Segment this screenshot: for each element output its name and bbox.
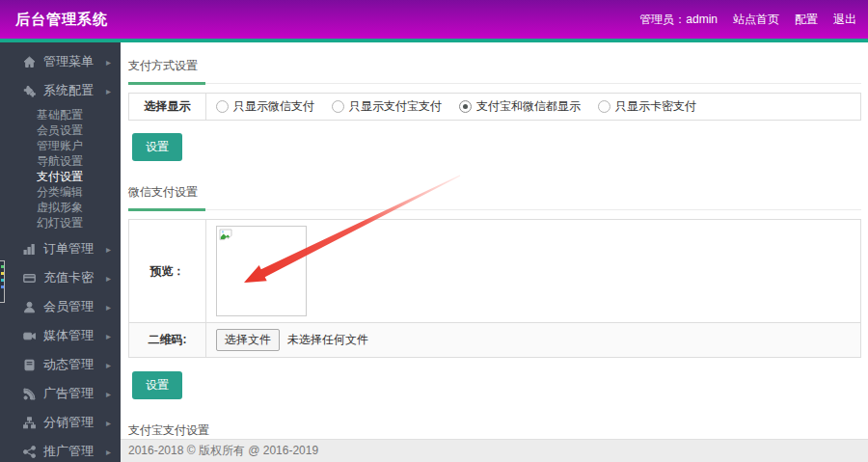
active-tab-underline [128,82,205,85]
sidebar-subitem-nav-settings[interactable]: 导航设置 [0,153,121,169]
sidebar-item-media[interactable]: 媒体管理 [0,321,121,350]
copyright-text: 2016-2018 © 版权所有 @ 2016-2019 [128,444,318,457]
preview-cell [206,220,861,323]
book-icon [23,359,38,371]
admin-user-label: 管理员：admin [639,12,718,28]
wechat-save-button[interactable]: 设置 [132,371,182,399]
radio-option-alipay-only[interactable]: 只显示支付宝支付 [332,98,442,115]
radio-option-wechat-only[interactable]: 只显示微信支付 [216,98,314,115]
credit-card-icon [23,272,38,285]
row-label: 选择显示 [129,94,206,121]
chevron-right-icon [106,86,111,96]
site-home-link[interactable]: 站点首页 [733,12,779,28]
footer: 2016-2018 © 版权所有 @ 2016-2019 [121,439,868,462]
top-header: 后台管理系统 管理员：admin 站点首页 配置 退出 [0,0,868,39]
rss-icon [23,388,38,400]
sidebar-item-label: 会员管理 [43,298,106,315]
display-mode-radio-group: 只显示微信支付 只显示支付宝支付 支付宝和微信都显示 只显示卡密支付 [216,99,851,114]
home-icon [23,56,38,68]
sidebar-subitem-member-settings[interactable]: 会员设置 [0,122,121,138]
sidebar-item-orders[interactable]: 订单管理 [0,234,121,263]
sidebar-item-label: 推广管理 [43,443,106,460]
sidebar-item-label: 系统配置 [43,82,106,99]
chevron-right-icon [106,302,111,313]
logout-link[interactable]: 退出 [833,12,856,28]
radio-label: 只显示微信支付 [233,98,314,115]
file-input-cell: 选择文件 未选择任何文件 [206,323,861,358]
sidebar-item-label: 管理菜单 [43,53,106,70]
sidebar-subitem-admin-account[interactable]: 管理账户 [0,138,121,153]
sidebar-item-distribution[interactable]: 分销管理 [0,408,121,437]
table-row: 选择显示 只显示微信支付 只显示支付宝支付 支付宝和微信 [129,94,861,121]
qrcode-label: 二维码: [129,323,206,358]
system-config-submenu: 基础配置 会员设置 管理账户 导航设置 支付设置 分类编辑 虚拟形象 幻灯设置 [0,105,121,234]
chevron-right-icon [106,447,111,457]
payment-method-table: 选择显示 只显示微信支付 只显示支付宝支付 支付宝和微信 [128,93,861,121]
bar-chart-icon [23,243,38,256]
radio-option-card-only[interactable]: 只显示卡密支付 [598,98,696,115]
sidebar-item-ads[interactable]: 广告管理 [0,379,121,408]
chevron-right-icon [106,360,111,370]
sidebar: 管理菜单 系统配置 基础配置 会员设置 管理账户 导航设置 支付设置 分类编辑 … [0,42,121,462]
chevron-right-icon [106,418,111,428]
main-content: 支付方式设置 选择显示 只显示微信支付 只显示支付宝支付 [121,42,868,462]
section-title: 支付宝支付设置 [128,423,209,437]
sidebar-item-label: 订单管理 [43,240,106,258]
section-title: 微信支付设置 [128,185,198,199]
section-wechat-header: 微信支付设置 [128,177,861,210]
radio-group-cell: 只显示微信支付 只显示支付宝支付 支付宝和微信都显示 只显示卡密支付 [206,94,861,121]
file-status-text: 未选择任何文件 [287,332,368,348]
radio-icon[interactable] [216,100,229,113]
choose-file-button[interactable]: 选择文件 [216,329,280,351]
accent-bar [0,39,868,42]
radio-label: 只显示卡密支付 [615,98,696,115]
section-title: 支付方式设置 [128,59,198,72]
table-row: 预览： [129,220,861,323]
sidebar-subitem-payment-settings[interactable]: 支付设置 [0,169,121,184]
admin-page: 后台管理系统 管理员：admin 站点首页 配置 退出 管理菜单 系统配置 基础… [0,0,868,462]
radio-option-both[interactable]: 支付宝和微信都显示 [459,98,581,115]
radio-label: 支付宝和微信都显示 [476,98,581,115]
sidebar-item-manage-menu[interactable]: 管理菜单 [0,47,121,76]
user-icon [23,301,38,313]
radio-icon[interactable] [598,100,610,113]
payment-method-save-button[interactable]: 设置 [132,133,182,161]
sidebar-subitem-basic-config[interactable]: 基础配置 [0,107,121,122]
app-title: 后台管理系统 [0,11,108,29]
header-nav: 管理员：admin 站点首页 配置 退出 [639,12,868,28]
table-row: 二维码: 选择文件 未选择任何文件 [129,323,861,358]
sidebar-item-promotion[interactable]: 推广管理 [0,437,121,462]
sidebar-item-label: 媒体管理 [43,327,106,344]
wechat-table: 预览： 二维码: 选择文件 未选择任何文件 [128,219,861,358]
cogs-icon [23,85,38,97]
config-link[interactable]: 配置 [795,12,818,28]
chevron-right-icon [106,244,111,255]
chevron-right-icon [106,331,111,341]
sidebar-subitem-slideshow[interactable]: 幻灯设置 [0,215,121,231]
broken-image-icon [219,229,232,242]
sitemap-icon [23,417,38,429]
radio-icon[interactable] [459,100,472,113]
sidebar-item-label: 动态管理 [43,356,106,373]
sidebar-subitem-category-edit[interactable]: 分类编辑 [0,184,121,200]
video-icon [23,330,38,342]
wechat-qr-preview-image [216,226,307,316]
radio-label: 只显示支付宝支付 [349,98,442,115]
sidebar-subitem-avatar[interactable]: 虚拟形象 [0,200,121,215]
section-payment-method-header: 支付方式设置 [128,50,861,84]
sidebar-item-label: 广告管理 [43,385,106,402]
radio-icon[interactable] [332,100,344,113]
sidebar-item-label: 分销管理 [43,414,106,431]
sidebar-item-system-config[interactable]: 系统配置 [0,76,121,105]
chevron-right-icon [106,389,111,399]
chevron-right-icon [106,57,111,68]
sidebar-item-members[interactable]: 会员管理 [0,292,121,321]
active-tab-underline [128,208,205,211]
sidebar-item-recharge-cards[interactable]: 充值卡密 [0,263,121,292]
sidebar-item-label: 充值卡密 [43,269,106,286]
chevron-right-icon [106,273,111,284]
edge-widget [0,260,5,303]
share-icon [23,446,38,458]
sidebar-item-dynamics[interactable]: 动态管理 [0,350,121,379]
preview-label: 预览： [129,220,206,323]
